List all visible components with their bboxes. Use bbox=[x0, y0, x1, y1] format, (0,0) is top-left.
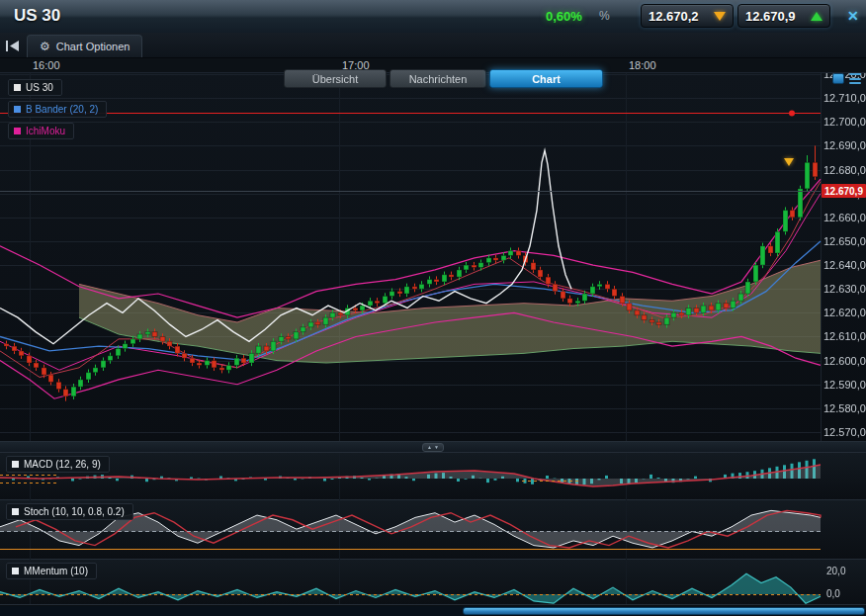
momentum-label-text: MMentum (10) bbox=[24, 566, 88, 576]
price-axis-label: 12.610,0 bbox=[823, 330, 866, 342]
legend-item[interactable]: IchiMoku bbox=[8, 123, 74, 139]
price-axis-label: 12.690,0 bbox=[823, 139, 866, 151]
price-axis-label: 12.680,0 bbox=[823, 164, 866, 176]
chart-options-tab[interactable]: ⚙ Chart Optionen bbox=[27, 35, 142, 57]
sell-price-value: 12.670,2 bbox=[649, 9, 699, 24]
stoch-label-text: Stoch (10, 10, 0.8, 0.2) bbox=[24, 506, 125, 517]
buy-up-arrow-icon bbox=[811, 12, 823, 21]
momentum-axis-label: 20,0 bbox=[826, 566, 845, 576]
momentum-axis-label: 0,0 bbox=[826, 588, 840, 599]
price-axis-label: 12.590,0 bbox=[823, 379, 866, 391]
price-axis-label: 12.660,0 bbox=[823, 212, 866, 223]
legend-swatch-icon bbox=[14, 106, 21, 113]
order-marker-icon[interactable] bbox=[784, 158, 794, 166]
chart-layout-icon[interactable] bbox=[832, 73, 844, 84]
chart-list-icon[interactable] bbox=[849, 73, 861, 84]
price-axis-label: 12.600,0 bbox=[823, 355, 866, 367]
momentum-panel-label[interactable]: MMentum (10) bbox=[6, 563, 97, 579]
legend-label-text: B Bander (20, 2) bbox=[26, 104, 98, 115]
chart-toolbar: ⚙ Chart Optionen Übersicht Nachrichten C… bbox=[0, 33, 866, 58]
legend-label-text: IchiMoku bbox=[26, 126, 65, 136]
window-header: US 30 0,60% % 12.670,2 12.670,9 ✕ bbox=[0, 0, 866, 34]
collapse-expand-button[interactable]: ▲▼ bbox=[422, 443, 444, 452]
legend-item[interactable]: US 30 bbox=[8, 79, 62, 96]
macd-panel-label[interactable]: MACD (12, 26, 9) bbox=[6, 456, 110, 473]
legend-swatch-icon bbox=[14, 128, 21, 134]
price-chart-canvas[interactable] bbox=[0, 0, 866, 616]
momentum-swatch-icon bbox=[12, 568, 19, 574]
horizontal-scrollbar-track[interactable] bbox=[0, 606, 866, 616]
tab-chart[interactable]: Chart bbox=[489, 69, 603, 88]
price-axis-label: 12.580,0 bbox=[823, 402, 866, 414]
time-label-18: 18:00 bbox=[629, 59, 656, 71]
gear-icon: ⚙ bbox=[40, 40, 50, 53]
change-percent: 0,60% bbox=[546, 9, 582, 24]
price-axis-label: 12.710,0 bbox=[823, 92, 866, 104]
tab-nachrichten[interactable]: Nachrichten bbox=[390, 69, 486, 88]
price-axis-label: 12.630,0 bbox=[823, 283, 866, 295]
legend-swatch-icon bbox=[14, 84, 21, 91]
legend-label-text: US 30 bbox=[26, 82, 53, 93]
buy-price-button[interactable]: 12.670,9 bbox=[737, 4, 830, 28]
legend-item[interactable]: B Bander (20, 2) bbox=[8, 101, 107, 118]
price-axis-label: 12.640,0 bbox=[823, 259, 866, 271]
stoch-panel-label[interactable]: Stoch (10, 10, 0.8, 0.2) bbox=[6, 503, 133, 520]
tab-uebersicht[interactable]: Übersicht bbox=[284, 69, 387, 88]
current-price-tag: 12.670,9 bbox=[822, 184, 866, 198]
stoch-swatch-icon bbox=[12, 508, 19, 515]
close-window-button[interactable]: ✕ bbox=[847, 8, 859, 24]
horizontal-scrollbar-thumb[interactable] bbox=[463, 607, 865, 615]
macd-swatch-icon bbox=[12, 461, 19, 468]
price-axis-label: 12.570,0 bbox=[823, 426, 866, 438]
buy-price-value: 12.670,9 bbox=[745, 9, 796, 24]
price-axis-label: 12.650,0 bbox=[823, 235, 866, 247]
price-axis-label: 12.620,0 bbox=[823, 307, 866, 318]
collapse-left-arrow-icon bbox=[5, 40, 21, 52]
time-label-16: 16:00 bbox=[33, 59, 60, 71]
instrument-title: US 30 bbox=[14, 6, 60, 26]
macd-label-text: MACD (12, 26, 9) bbox=[24, 459, 101, 470]
collapse-panel-icon[interactable] bbox=[5, 39, 23, 52]
sell-price-button[interactable]: 12.670,2 bbox=[641, 4, 734, 28]
sell-down-arrow-icon bbox=[714, 12, 726, 21]
percent-toggle-button[interactable]: % bbox=[599, 9, 610, 23]
chart-options-label: Chart Optionen bbox=[56, 41, 130, 52]
price-axis-label: 12.700,0 bbox=[823, 116, 866, 128]
